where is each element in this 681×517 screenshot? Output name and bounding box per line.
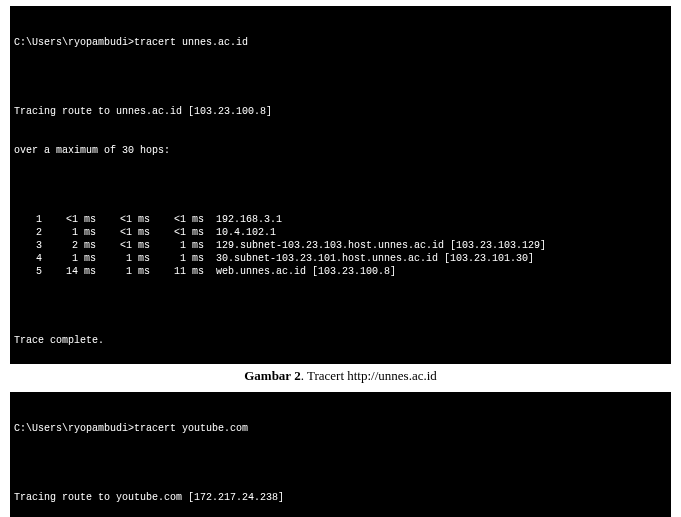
hop-row: 5 14 ms 1 ms 11 msweb.unnes.ac.id [103.2… (14, 265, 667, 278)
hop-time-1: 14 ms (42, 265, 96, 278)
prompt-line: C:\Users\ryopambudi>tracert unnes.ac.id (14, 36, 667, 49)
hop-row: 1 <1 ms <1 ms <1 ms192.168.3.1 (14, 213, 667, 226)
hop-row: 4 1 ms 1 ms 1 ms30.subnet-103.23.101.hos… (14, 252, 667, 265)
hop-host: 30.subnet-103.23.101.host.unnes.ac.id [1… (204, 252, 534, 265)
hop-time-3: 1 ms (150, 252, 204, 265)
terminal-output-1: C:\Users\ryopambudi>tracert unnes.ac.id … (10, 6, 671, 364)
hop-number: 1 (14, 213, 42, 226)
prompt-line: C:\Users\ryopambudi>tracert youtube.com (14, 422, 667, 435)
hop-number: 3 (14, 239, 42, 252)
hop-time-2: <1 ms (96, 213, 150, 226)
hop-time-1: 1 ms (42, 226, 96, 239)
trace-complete: Trace complete. (14, 334, 667, 347)
hop-host: 129.subnet-103.23.103.host.unnes.ac.id [… (204, 239, 546, 252)
hop-time-2: 1 ms (96, 252, 150, 265)
hop-time-1: 2 ms (42, 239, 96, 252)
hop-time-2: 1 ms (96, 265, 150, 278)
terminal-output-2: C:\Users\ryopambudi>tracert youtube.com … (10, 392, 671, 517)
hop-time-1: <1 ms (42, 213, 96, 226)
caption-bold: Gambar 2 (244, 368, 300, 383)
hop-host: 10.4.102.1 (204, 226, 276, 239)
hop-number: 5 (14, 265, 42, 278)
hop-time-2: <1 ms (96, 226, 150, 239)
hop-time-3: 11 ms (150, 265, 204, 278)
hop-number: 2 (14, 226, 42, 239)
hop-row: 2 1 ms <1 ms <1 ms10.4.102.1 (14, 226, 667, 239)
hop-host: web.unnes.ac.id [103.23.100.8] (204, 265, 396, 278)
caption-rest: . Tracert http://unnes.ac.id (301, 368, 437, 383)
hops-table-1: 1 <1 ms <1 ms <1 ms192.168.3.1 2 1 ms <1… (14, 213, 667, 278)
hop-time-3: <1 ms (150, 226, 204, 239)
hop-host: 192.168.3.1 (204, 213, 282, 226)
figure-caption-2: Gambar 2. Tracert http://unnes.ac.id (0, 364, 681, 386)
trace-intro-2: over a maximum of 30 hops: (14, 144, 667, 157)
hop-time-3: <1 ms (150, 213, 204, 226)
trace-intro-1: Tracing route to unnes.ac.id [103.23.100… (14, 105, 667, 118)
hop-row: 3 2 ms <1 ms 1 ms129.subnet-103.23.103.h… (14, 239, 667, 252)
hop-time-2: <1 ms (96, 239, 150, 252)
hop-number: 4 (14, 252, 42, 265)
hop-time-3: 1 ms (150, 239, 204, 252)
trace-intro-1: Tracing route to youtube.com [172.217.24… (14, 491, 667, 504)
hop-time-1: 1 ms (42, 252, 96, 265)
